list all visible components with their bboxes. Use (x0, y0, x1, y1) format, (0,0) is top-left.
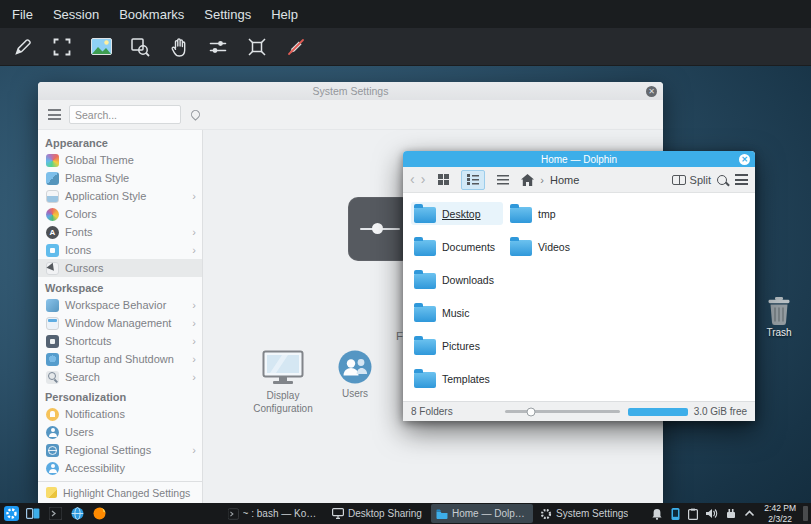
compact-view-icon (467, 174, 479, 185)
folder-item-templates[interactable]: Templates (411, 367, 503, 390)
split-button[interactable]: Split (672, 174, 711, 186)
sidebar-item-search[interactable]: Search› (38, 368, 202, 386)
system-settings-titlebar[interactable]: System Settings ✕ (38, 82, 663, 100)
folder-item-downloads[interactable]: Downloads (411, 268, 503, 291)
taskbar: ~ : bash — Konsole Desktop Sharing Home … (0, 503, 811, 524)
scale-icon[interactable] (205, 34, 231, 60)
details-view-button[interactable] (491, 170, 515, 190)
chevron-right-icon: › (192, 244, 196, 256)
users-icon (338, 350, 372, 384)
fullscreen-icon[interactable] (49, 34, 75, 60)
folder-item-documents[interactable]: Documents (411, 235, 503, 258)
module-users[interactable]: Users (310, 350, 400, 401)
menu-help[interactable]: Help (271, 7, 298, 22)
task-dolphin[interactable]: Home — Dolphin (431, 504, 533, 523)
desktop-background[interactable]: System Settings ✕ Appearance Global Them… (0, 66, 811, 503)
breadcrumb-chevron-icon: › (540, 174, 544, 186)
highlight-changed-settings-button[interactable]: Highlight Changed Settings (38, 481, 202, 503)
screen-share-icon (332, 508, 344, 519)
expand-caret-icon[interactable] (744, 510, 755, 517)
folder-item-music[interactable]: Music (411, 301, 503, 324)
sidebar-item-application-style[interactable]: Application Style› (38, 187, 202, 205)
home-icon[interactable] (521, 174, 534, 186)
menu-settings[interactable]: Settings (204, 7, 251, 22)
grab-hand-icon[interactable] (166, 34, 192, 60)
sidebar-item-window-management[interactable]: Window Management› (38, 314, 202, 332)
module-label: Users (342, 388, 368, 401)
sidebar-item-users[interactable]: Users (38, 423, 202, 441)
search-icon[interactable] (717, 175, 727, 185)
menu-file[interactable]: File (12, 7, 33, 22)
kdeconnect-icon[interactable] (670, 508, 681, 520)
actual-size-icon[interactable] (244, 34, 270, 60)
notifications-icon[interactable] (651, 508, 663, 520)
pen-icon[interactable] (10, 34, 36, 60)
free-space-bar (628, 408, 688, 416)
partially-hidden-label: F (396, 330, 403, 342)
sidebar-item-regional-settings[interactable]: Regional Settings› (38, 441, 202, 459)
trash-desktop-icon[interactable]: Trash (755, 296, 803, 338)
folder-item-desktop[interactable]: Desktop (411, 202, 503, 225)
browser-icon[interactable] (66, 503, 88, 524)
disconnect-icon[interactable] (283, 34, 309, 60)
breadcrumb-home[interactable]: Home (550, 174, 579, 186)
sidebar-item-workspace-behavior[interactable]: Workspace Behavior› (38, 296, 202, 314)
sidebar-item-fonts[interactable]: Fonts› (38, 223, 202, 241)
forward-icon[interactable]: › (421, 172, 426, 186)
firefox-icon[interactable] (88, 503, 110, 524)
folder-item-tmp[interactable]: tmp (507, 202, 599, 225)
icons-view-button[interactable] (431, 170, 455, 190)
zoom-slider-handle[interactable] (527, 407, 536, 416)
dolphin-titlebar[interactable]: Home — Dolphin ✕ (403, 151, 755, 167)
konsole-icon[interactable] (44, 503, 66, 524)
fonts-icon (46, 226, 59, 239)
folder-icon (510, 207, 532, 223)
sidebar-item-shortcuts[interactable]: Shortcuts› (38, 332, 202, 350)
cursors-icon (46, 262, 59, 275)
sidebar-item-icons[interactable]: Icons› (38, 241, 202, 259)
chevron-right-icon: › (192, 317, 196, 329)
dolphin-file-view[interactable]: Desktop Documents Downloads Music Pictur… (403, 193, 755, 401)
volume-icon[interactable] (705, 508, 718, 519)
hamburger-menu-icon[interactable] (735, 174, 748, 185)
sidebar-item-colors[interactable]: Colors (38, 205, 202, 223)
network-icon[interactable] (725, 508, 737, 519)
screen: File Session Bookmarks Settings Help (0, 0, 811, 524)
chevron-right-icon: › (192, 444, 196, 456)
view-only-icon[interactable] (127, 34, 153, 60)
sidebar-item-plasma-style[interactable]: Plasma Style (38, 169, 202, 187)
task-system-settings[interactable]: System Settings (535, 504, 637, 523)
pager-icon[interactable] (22, 503, 44, 524)
close-icon[interactable]: ✕ (739, 154, 750, 165)
folder-item-pictures[interactable]: Pictures (411, 334, 503, 357)
folder-icon (414, 372, 436, 388)
folder-item-videos[interactable]: Videos (507, 235, 599, 258)
clock-widget[interactable]: 2:42 PM 2/3/22 (759, 503, 801, 524)
screenshot-icon[interactable] (88, 34, 114, 60)
folder-icon (414, 207, 436, 223)
icons-view-icon (438, 174, 449, 185)
sidebar-item-notifications[interactable]: Notifications (38, 405, 202, 423)
application-launcher-icon[interactable] (0, 503, 22, 524)
task-konsole[interactable]: ~ : bash — Konsole (223, 504, 325, 523)
compact-view-button[interactable] (461, 170, 485, 190)
pin-icon[interactable] (189, 108, 202, 121)
close-icon[interactable]: ✕ (646, 86, 657, 97)
sidebar-item-cursors[interactable]: Cursors (38, 259, 202, 277)
back-icon[interactable]: ‹ (410, 172, 415, 186)
settings-search-input[interactable] (69, 105, 181, 124)
workspace-behavior-icon (46, 299, 59, 312)
zoom-slider[interactable] (505, 410, 620, 413)
shortcuts-icon (46, 335, 59, 348)
sidebar-item-accessibility[interactable]: Accessibility (38, 459, 202, 477)
clipboard-icon[interactable] (688, 508, 698, 520)
show-desktop-button[interactable] (803, 506, 808, 521)
menu-bookmarks[interactable]: Bookmarks (119, 7, 184, 22)
menu-session[interactable]: Session (53, 7, 99, 22)
task-desktop-sharing[interactable]: Desktop Sharing (327, 504, 429, 523)
accessibility-icon (46, 462, 59, 475)
sidebar-item-startup-and-shutdown[interactable]: Startup and Shutdown› (38, 350, 202, 368)
hamburger-menu-icon[interactable] (48, 109, 61, 120)
sidebar-item-global-theme[interactable]: Global Theme (38, 151, 202, 169)
chevron-right-icon: › (192, 190, 196, 202)
